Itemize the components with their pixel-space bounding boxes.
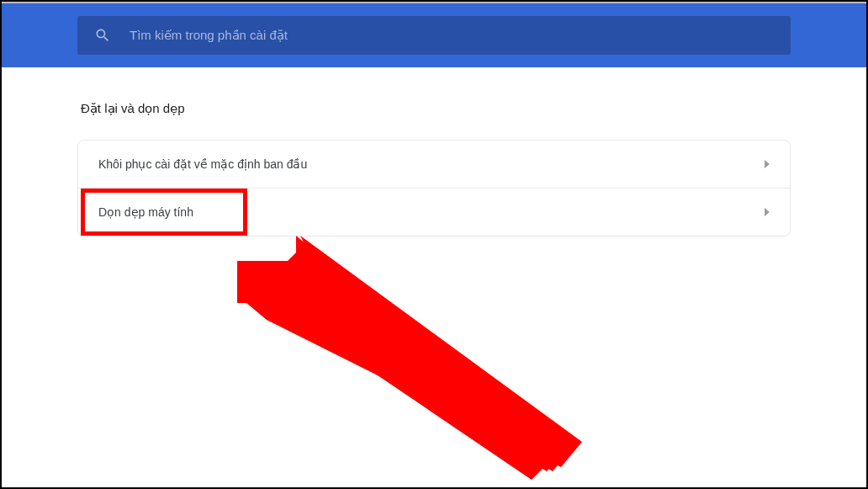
svg-marker-4: [283, 244, 336, 296]
section-title: Đặt lại và dọn dẹp: [81, 101, 791, 116]
content-area: Đặt lại và dọn dẹp Khôi phục cài đặt về …: [2, 67, 866, 237]
chevron-right-icon: [765, 208, 770, 216]
svg-marker-5: [283, 273, 578, 466]
arrow-svg: [246, 237, 599, 481]
search-box[interactable]: Tìm kiếm trong phần cài đặt: [77, 16, 791, 55]
header-bar: Tìm kiếm trong phần cài đặt: [2, 3, 866, 67]
search-placeholder: Tìm kiếm trong phần cài đặt: [130, 28, 288, 43]
search-icon: [94, 27, 111, 44]
settings-row-restore-defaults[interactable]: Khôi phục cài đặt về mặc định ban đầu: [78, 141, 790, 189]
chevron-right-icon: [765, 160, 770, 168]
settings-row-clean-computer[interactable]: Dọn dẹp máy tính: [78, 189, 790, 236]
svg-marker-2: [279, 246, 334, 301]
svg-marker-0: [237, 236, 557, 480]
svg-marker-3: [279, 276, 569, 471]
svg-marker-1: [241, 236, 582, 467]
row-label: Dọn dẹp máy tính: [98, 205, 193, 219]
settings-card: Khôi phục cài đặt về mặc định ban đầu Dọ…: [77, 140, 791, 237]
row-label: Khôi phục cài đặt về mặc định ban đầu: [98, 157, 307, 171]
arrow-annotation: [237, 236, 590, 489]
